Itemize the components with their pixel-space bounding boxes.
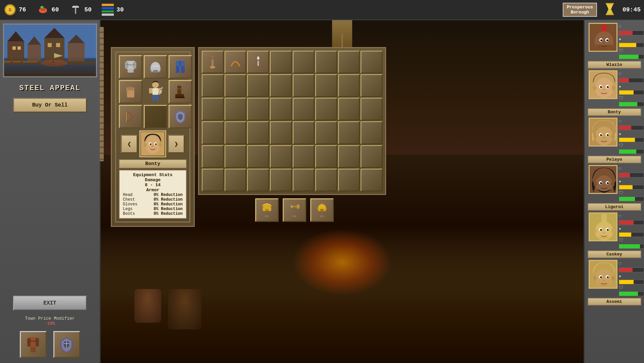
equip-slot-shield[interactable] [169, 105, 192, 128]
inv-slot-18[interactable] [247, 98, 269, 120]
inv-slot-34[interactable] [247, 145, 269, 168]
inv-slot-14[interactable] [338, 74, 360, 97]
resource-gold: G 76 [3, 3, 26, 16]
portrait-bonty[interactable] [589, 70, 617, 99]
inv-slot-32[interactable] [202, 145, 224, 168]
inv-slot-47[interactable] [361, 169, 382, 191]
svg-rect-59 [156, 95, 158, 101]
inv-slot-10[interactable] [247, 74, 269, 97]
inv-slot-31[interactable] [361, 121, 382, 144]
portrait-assemi[interactable] [589, 260, 617, 289]
inv-slot-39[interactable] [361, 145, 382, 168]
action-btn-armor-set[interactable]: <> [255, 198, 279, 222]
inv-slot-3[interactable] [270, 51, 292, 73]
svg-rect-80 [265, 209, 269, 211]
inventory-panel [198, 47, 386, 195]
inv-slot-15[interactable] [361, 74, 382, 97]
inv-slot-33[interactable] [225, 145, 246, 168]
prev-character-button[interactable]: ❮ [121, 135, 138, 153]
inv-slot-43[interactable] [270, 169, 292, 191]
inv-slot-4[interactable] [293, 51, 315, 73]
inv-slot-35[interactable] [270, 145, 292, 168]
inv-slot-38[interactable] [338, 145, 360, 168]
exit-button[interactable]: EXIT [13, 296, 87, 311]
equip-slot-gloves[interactable] [119, 80, 142, 104]
equip-slot-empty[interactable] [144, 105, 167, 128]
equip-slot-legs[interactable] [169, 55, 192, 79]
inv-slot-29[interactable] [315, 121, 337, 144]
portrait-wlazlo[interactable] [589, 23, 617, 52]
party-member-wlazlo: ♡ ★ 🛡 Wlazlo [586, 22, 643, 69]
action-btn-helm[interactable]: <> [310, 198, 334, 222]
equip-slot-weapon[interactable] [119, 105, 142, 128]
character-portrait [139, 130, 166, 157]
inv-slot-27[interactable] [270, 121, 292, 144]
svg-rect-53 [133, 87, 134, 91]
portrait-caskey[interactable] [589, 212, 617, 241]
xp-bar-liguroi [619, 185, 644, 190]
svg-rect-22 [68, 43, 85, 62]
inv-slot-2[interactable] [247, 51, 269, 73]
shop-item-slot-2[interactable] [53, 331, 80, 358]
action-btn-weapon[interactable]: <> [283, 198, 306, 222]
inv-slot-17[interactable] [225, 98, 246, 120]
inv-slot-42[interactable] [247, 169, 269, 191]
inv-slot-5[interactable] [315, 51, 337, 73]
inv-slot-37[interactable] [315, 145, 337, 168]
star-icon-bonty: ★ [619, 84, 644, 89]
buy-sell-button[interactable]: Buy Or Sell [13, 98, 87, 113]
svg-point-121 [600, 229, 602, 231]
shop-item-slot-1[interactable] [20, 331, 47, 358]
inv-slot-36[interactable] [293, 145, 315, 168]
portrait-pelayo[interactable] [589, 118, 617, 147]
inv-slot-30[interactable] [338, 121, 360, 144]
next-character-button[interactable]: ❯ [168, 135, 185, 153]
inv-slot-28[interactable] [293, 121, 315, 144]
svg-point-101 [595, 127, 613, 146]
inv-slot-40[interactable] [202, 169, 224, 191]
inv-slot-19[interactable] [270, 98, 292, 120]
inv-slot-24[interactable] [202, 121, 224, 144]
inv-slot-45[interactable] [315, 169, 337, 191]
svg-rect-84 [320, 209, 324, 211]
inv-slot-16[interactable] [202, 98, 224, 120]
inv-slot-1[interactable] [225, 51, 246, 73]
name-tag-assemi[interactable]: Assemi [588, 298, 641, 306]
inv-slot-13[interactable] [315, 74, 337, 97]
action-armor-set-icon [261, 202, 273, 214]
svg-point-113 [607, 182, 609, 184]
inv-slot-26[interactable] [247, 121, 269, 144]
name-tag-bonty[interactable]: Bonty [588, 108, 641, 116]
svg-point-118 [595, 221, 613, 240]
equip-slot-boots[interactable] [169, 80, 192, 104]
xp-bar-wlazlo [619, 43, 644, 47]
inv-slot-9[interactable] [225, 74, 246, 97]
inv-slot-7[interactable] [361, 51, 382, 73]
inv-slot-12[interactable] [293, 74, 315, 97]
shield-icon-caskey: 🛡 [619, 238, 644, 243]
equip-slot-chest[interactable] [119, 55, 142, 79]
inv-slot-46[interactable] [338, 169, 360, 191]
inv-slot-21[interactable] [315, 98, 337, 120]
name-tag-caskey[interactable]: Caskey [588, 250, 641, 258]
character-navigator: ❮ [119, 130, 187, 157]
hp-bar-wlazlo [619, 31, 644, 35]
inv-slot-25[interactable] [225, 121, 246, 144]
name-tag-pelayo[interactable]: Pelayo [588, 156, 641, 163]
inv-slot-41[interactable] [225, 169, 246, 191]
inv-slot-23[interactable] [361, 98, 382, 120]
equip-slot-helm[interactable] [144, 55, 167, 79]
inv-slot-11[interactable] [270, 74, 292, 97]
portrait-liguroi[interactable] [589, 165, 617, 194]
inv-slot-6[interactable] [338, 51, 360, 73]
name-tag-wlazlo[interactable]: Wlazlo [588, 61, 641, 69]
heart-icon-caskey: ♡ [619, 214, 644, 219]
name-tag-liguroi[interactable]: Liguroi [588, 203, 641, 211]
inv-slot-8[interactable] [202, 74, 224, 97]
heart-icon-pelayo: ♡ [619, 119, 644, 124]
inv-slot-0[interactable] [202, 51, 224, 73]
inv-slot-22[interactable] [338, 98, 360, 120]
inv-slot-20[interactable] [293, 98, 315, 120]
inv-slot-44[interactable] [293, 169, 315, 191]
star-icon-pelayo: ★ [619, 131, 644, 136]
